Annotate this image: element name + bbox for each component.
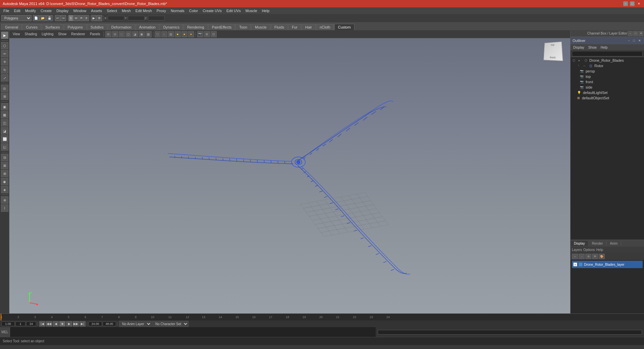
tab-animation[interactable]: Animation: [136, 24, 159, 30]
vp-icon-grid[interactable]: ⊞: [204, 31, 210, 37]
menu-mesh[interactable]: Mesh: [120, 8, 133, 13]
outliner-search-input[interactable]: [572, 51, 643, 56]
rp-layer-opts-button[interactable]: ⚙: [585, 254, 591, 259]
outliner-menu-show[interactable]: Show: [587, 45, 598, 50]
x-input[interactable]: [108, 16, 124, 20]
paint-select-button[interactable]: ✏: [1, 50, 8, 57]
rp-subtab-options[interactable]: Options: [583, 248, 595, 252]
menu-edit[interactable]: Edit: [12, 8, 22, 13]
tab-fur[interactable]: Fur: [288, 24, 301, 30]
vp-menu-view[interactable]: View: [11, 32, 22, 37]
tab-painteffects[interactable]: PaintEffects: [208, 24, 235, 30]
menu-modify[interactable]: Modify: [23, 8, 38, 13]
tool9-button[interactable]: ⊞: [1, 170, 8, 177]
vp-icon-6[interactable]: ▣: [139, 31, 145, 37]
tab-fluids[interactable]: Fluids: [271, 24, 288, 30]
undo-button[interactable]: ↩: [55, 15, 60, 21]
menu-file[interactable]: File: [1, 8, 11, 13]
viewport-canvas[interactable]: top front y x: [9, 38, 570, 313]
vp-icon-camera[interactable]: 📷: [197, 31, 203, 37]
tool7-button[interactable]: ⊟: [1, 154, 8, 161]
vp-texture-button[interactable]: ▧: [168, 31, 174, 37]
current-frame-input[interactable]: [15, 321, 25, 326]
menu-edit-uvs[interactable]: Edit UVs: [224, 8, 243, 13]
outliner-minimize-button[interactable]: −: [627, 39, 631, 43]
vp-smooth-button[interactable]: ○: [161, 31, 167, 37]
show-manipulator-button[interactable]: ⊞: [1, 93, 8, 100]
menu-help[interactable]: Help: [260, 8, 272, 13]
char-set-selector[interactable]: No Character Set: [152, 321, 189, 327]
tool10-button[interactable]: ◉: [1, 178, 8, 185]
z-input[interactable]: [148, 16, 165, 20]
tool6-button[interactable]: ◱: [1, 143, 8, 151]
menu-display[interactable]: Display: [54, 8, 70, 13]
rp-subtab-layers[interactable]: Layers: [572, 248, 582, 252]
play-forward-button[interactable]: ▶: [66, 321, 72, 327]
lasso-select-button[interactable]: ⬡: [1, 42, 8, 49]
play-back-button[interactable]: ◀: [53, 321, 59, 327]
rp-tab-anim[interactable]: Anim: [607, 241, 622, 246]
rp-subtab-help[interactable]: Help: [596, 248, 603, 252]
mel-input[interactable]: [10, 327, 376, 337]
menu-select[interactable]: Select: [105, 8, 119, 13]
vp-light1-button[interactable]: ●: [175, 31, 181, 37]
outliner-item-defaultobjectset[interactable]: ⊞ defaultObjectSet: [571, 95, 644, 101]
outliner-menu-display[interactable]: Display: [572, 45, 586, 50]
tab-subdivs[interactable]: Subdivs: [87, 24, 107, 30]
timeline-bar[interactable]: 1 2 3 4 5 6 7 8 9 10 11 12 13 14 15 16 1…: [0, 314, 644, 320]
menu-create[interactable]: Create: [39, 8, 54, 13]
tab-general[interactable]: General: [1, 24, 22, 30]
save-scene-button[interactable]: 💾: [46, 15, 53, 21]
outliner-item-front[interactable]: 📷 front: [571, 79, 644, 85]
rp-delete-layer-button[interactable]: −: [579, 254, 585, 259]
viewcube[interactable]: top front: [543, 42, 564, 63]
vp-menu-shading[interactable]: Shading: [23, 32, 39, 37]
tab-hair[interactable]: Hair: [302, 24, 316, 30]
redo-button[interactable]: ↪: [61, 15, 66, 21]
new-scene-button[interactable]: 📄: [33, 15, 39, 21]
tab-ncloth[interactable]: nCloth: [316, 24, 334, 30]
outliner-item-drone-rotor-blades[interactable]: ⬡ ▸ ⬡ Drone_Rotor_Blades: [571, 58, 644, 63]
tool1-button[interactable]: ▣: [1, 103, 8, 110]
tab-curves[interactable]: Curves: [22, 24, 41, 30]
tool4-button[interactable]: ◪: [1, 127, 8, 135]
anim-end-input[interactable]: [103, 321, 116, 326]
vp-icon-3[interactable]: □: [119, 31, 125, 37]
menu-proxy[interactable]: Proxy: [155, 8, 168, 13]
select-tool-button[interactable]: S: [68, 15, 73, 21]
render-button[interactable]: ▶: [91, 15, 96, 21]
outliner-menu-help[interactable]: Help: [599, 45, 609, 50]
menu-assets[interactable]: Assets: [89, 8, 104, 13]
rp-layer-color-button[interactable]: 🎨: [599, 254, 605, 259]
ipr-button[interactable]: ⚙: [97, 15, 102, 21]
anim-layer-selector[interactable]: No Anim Layer: [119, 321, 152, 327]
step-back-button[interactable]: ◀◀: [46, 321, 52, 327]
vp-menu-renderer[interactable]: Renderer: [69, 32, 87, 37]
soft-select-button[interactable]: ◎: [1, 85, 8, 92]
vp-icon-4[interactable]: ◫: [125, 31, 131, 37]
vp-light3-button[interactable]: ●: [188, 31, 194, 37]
menu-create-uvs[interactable]: Create UVs: [201, 8, 224, 13]
layer-visibility-check[interactable]: V: [573, 262, 577, 266]
scale-button[interactable]: ⤢: [1, 74, 8, 82]
rp-layer-vis-button[interactable]: 👁: [592, 254, 598, 259]
tab-muscle[interactable]: Muscle: [251, 24, 270, 30]
step-forward-button[interactable]: ▶▶: [73, 321, 79, 327]
tab-surfaces[interactable]: Surfaces: [42, 24, 63, 30]
channelbox-close-button[interactable]: ✕: [639, 31, 643, 36]
tab-dynamics[interactable]: Dynamics: [160, 24, 183, 30]
menu-window[interactable]: Window: [71, 8, 88, 13]
rotate-button[interactable]: ↻: [1, 66, 8, 73]
menu-normals[interactable]: Normals: [169, 8, 186, 13]
tool3-button[interactable]: ◫: [1, 119, 8, 127]
snap-grid-button[interactable]: ⊕: [1, 196, 8, 204]
vp-icon-2[interactable]: ⊟: [112, 31, 118, 37]
tab-toon[interactable]: Toon: [235, 24, 251, 30]
layer-color-swatch[interactable]: [579, 262, 583, 266]
outliner-item-persp[interactable]: 📷 persp: [571, 68, 644, 74]
tab-rendering[interactable]: Rendering: [183, 24, 208, 30]
outliner-item-rotor[interactable]: └ ─ ◫ Rotor: [571, 63, 644, 68]
tab-deformation[interactable]: Deformation: [108, 24, 135, 30]
select-arrow-button[interactable]: ▶: [1, 32, 8, 39]
tool11-button[interactable]: ◈: [1, 186, 8, 193]
